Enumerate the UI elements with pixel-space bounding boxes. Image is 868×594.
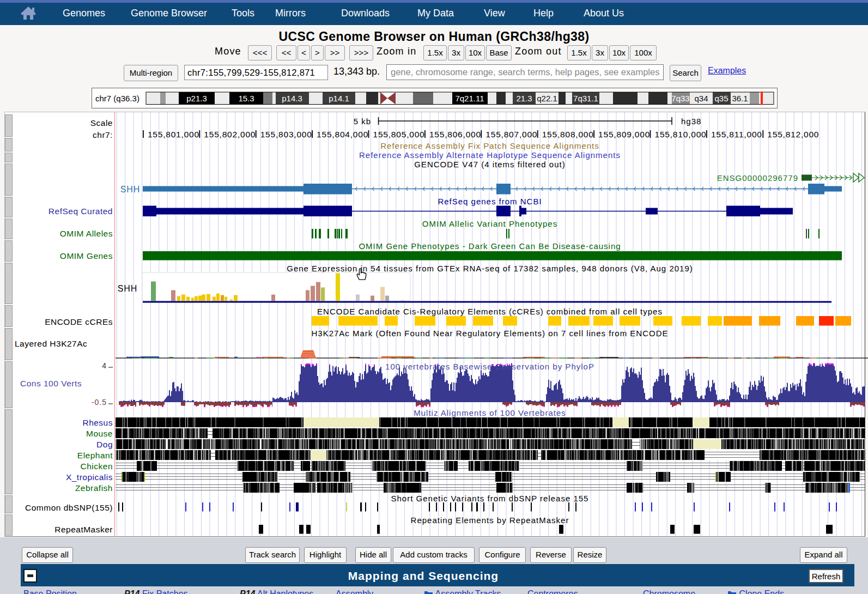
svg-text:H3K27Ac Mark (Often Found Near: H3K27Ac Mark (Often Found Near Regulator…: [311, 329, 668, 338]
svg-text:hg38: hg38: [681, 117, 701, 126]
svg-text:155,802,000: 155,802,000: [204, 130, 256, 139]
svg-text:Dog: Dog: [96, 440, 113, 449]
svg-text:155,804,000: 155,804,000: [317, 130, 368, 139]
svg-text:Multiz Alignments of 100 Verte: Multiz Alignments of 100 Vertebrates: [414, 408, 566, 417]
svg-text:Common dbSNP(155): Common dbSNP(155): [25, 503, 113, 512]
svg-text:ENCODE Candidate Cis-Regulator: ENCODE Candidate Cis-Regulatory Elements…: [317, 307, 663, 316]
svg-text:Zebrafish: Zebrafish: [75, 483, 113, 493]
svg-text:GENCODE V47 (4 items filtered: GENCODE V47 (4 items filtered out): [414, 160, 565, 169]
svg-text:Elephant: Elephant: [77, 451, 113, 460]
svg-text:100 vertebrates Basewise Conse: 100 vertebrates Basewise Conservation by…: [385, 362, 594, 371]
svg-text:Scale: Scale: [90, 118, 113, 128]
svg-text:Chicken: Chicken: [81, 462, 113, 471]
svg-text:SHH: SHH: [118, 284, 137, 293]
svg-text:Layered H3K27Ac: Layered H3K27Ac: [15, 339, 87, 348]
svg-text:155,805,000: 155,805,000: [373, 130, 425, 139]
svg-text:5 kb: 5 kb: [354, 117, 371, 126]
svg-text:Reference Assembly Alternate H: Reference Assembly Alternate Haplotype S…: [359, 150, 621, 160]
svg-text:4: 4: [102, 361, 107, 370]
svg-text:chr7:: chr7:: [93, 130, 113, 140]
svg-text:RefSeq genes from NCBI: RefSeq genes from NCBI: [438, 197, 542, 206]
svg-text:OMIM Genes: OMIM Genes: [60, 251, 113, 260]
svg-text:Gene Expression in 54 tissues: Gene Expression in 54 tissues from GTEx …: [287, 264, 693, 273]
svg-text:155,811,000: 155,811,000: [711, 130, 762, 139]
svg-text:-0.5: -0.5: [92, 398, 107, 407]
svg-text:155,809,000: 155,809,000: [598, 130, 650, 139]
svg-text:Reference Assembly Fix Patch S: Reference Assembly Fix Patch Sequence Al…: [380, 141, 599, 150]
svg-text:RefSeq Curated: RefSeq Curated: [48, 207, 113, 216]
svg-text:155,808,000: 155,808,000: [542, 130, 594, 139]
svg-text:Cons 100 Verts: Cons 100 Verts: [20, 379, 82, 388]
svg-text:155,806,000: 155,806,000: [429, 130, 481, 139]
svg-text:Repeating Elements by RepeatMa: Repeating Elements by RepeatMasker: [411, 516, 569, 525]
svg-text:OMIM Allelic Variant Phenotype: OMIM Allelic Variant Phenotypes: [422, 219, 557, 228]
svg-text:155,812,000: 155,812,000: [767, 130, 819, 139]
svg-text:155,810,000: 155,810,000: [655, 130, 707, 139]
svg-text:155,803,000: 155,803,000: [260, 130, 312, 139]
svg-text:RepeatMasker: RepeatMasker: [54, 525, 113, 534]
svg-text:Short Genetic Variants from db: Short Genetic Variants from dbSNP releas…: [391, 494, 589, 503]
svg-text:OMIM Gene Phenotypes - Dark Gr: OMIM Gene Phenotypes - Dark Green Can Be…: [359, 241, 621, 251]
svg-text:ENSG00000296779: ENSG00000296779: [717, 173, 798, 183]
svg-text:155,807,000: 155,807,000: [485, 130, 537, 139]
svg-text:OMIM Alleles: OMIM Alleles: [60, 229, 113, 238]
svg-text:Mouse: Mouse: [86, 429, 113, 438]
svg-text:Rhesus: Rhesus: [82, 418, 113, 427]
svg-text:155,801,000: 155,801,000: [148, 130, 199, 139]
svg-text:X_tropicalis: X_tropicalis: [66, 472, 113, 482]
svg-text:ENCODE cCREs: ENCODE cCREs: [45, 317, 113, 326]
svg-text:SHH: SHH: [120, 185, 140, 194]
